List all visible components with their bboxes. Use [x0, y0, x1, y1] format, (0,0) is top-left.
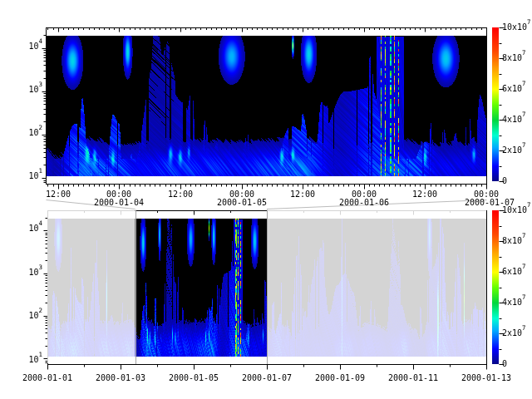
top-xtick-label: 12:00	[168, 190, 193, 200]
bottom-xdate-label: 2000-01-11	[388, 373, 438, 383]
colorbar-top-tick-label: 2x107	[502, 145, 526, 155]
top-xtick-label: 12:00	[412, 190, 437, 200]
top-ytick-label: 101	[21, 171, 42, 181]
top-xdate-label: 2000-01-05	[217, 198, 267, 208]
colorbar-top-tick-label: 4x107	[502, 115, 526, 125]
colorbar-top-tick-label: 10x107	[502, 22, 531, 32]
bottom-ytick-label: 104	[21, 224, 42, 234]
bottom-ytick-label: 102	[21, 311, 42, 321]
bottom-xdate-label: 2000-01-13	[461, 373, 511, 383]
top-xdate-label: 2000-01-04	[94, 198, 144, 208]
bottom-xdate-label: 2000-01-05	[169, 373, 219, 383]
colorbar-bottom	[492, 210, 500, 364]
top-xtick-label: 12:00	[290, 190, 315, 200]
top-xtick-label: 12:00	[46, 190, 71, 200]
bottom-xdate-label: 2000-01-07	[242, 373, 292, 383]
top-ytick-label: 104	[21, 42, 42, 52]
top-ytick-label: 103	[21, 85, 42, 95]
colorbar-bottom-tick-label: 6x107	[502, 267, 526, 277]
bottom-xdate-label: 2000-01-09	[315, 373, 365, 383]
spectrogram-viewer: 12:00 00:00 12:00 00:00 12:00 00:00 12:0…	[0, 0, 532, 399]
overview-spectrogram-plot[interactable]	[47, 210, 486, 364]
colorbar-bottom-tick-label: 10x107	[502, 205, 531, 215]
top-spectrogram-plot[interactable]	[46, 27, 486, 184]
colorbar-top-tick-label: 6x107	[502, 84, 526, 94]
top-xdate-label: 2000-01-06	[339, 198, 389, 208]
colorbar-top-tick-label: 8x107	[502, 53, 526, 63]
bottom-xdate-label: 2000-01-03	[96, 373, 145, 383]
bottom-ytick-label: 101	[21, 355, 42, 365]
colorbar-top-tick-label: 0	[502, 176, 507, 186]
bottom-ytick-label: 103	[21, 268, 42, 278]
colorbar-bottom-tick-label: 8x107	[502, 236, 526, 246]
colorbar-bottom-tick-label: 0	[502, 359, 507, 369]
colorbar-bottom-tick-label: 4x107	[502, 298, 526, 308]
top-ytick-label: 102	[21, 128, 42, 138]
bottom-xdate-label: 2000-01-01	[22, 373, 72, 383]
colorbar-bottom-tick-label: 2x107	[502, 328, 526, 338]
colorbar-top	[492, 27, 500, 181]
time-range-selection[interactable]	[135, 210, 267, 364]
